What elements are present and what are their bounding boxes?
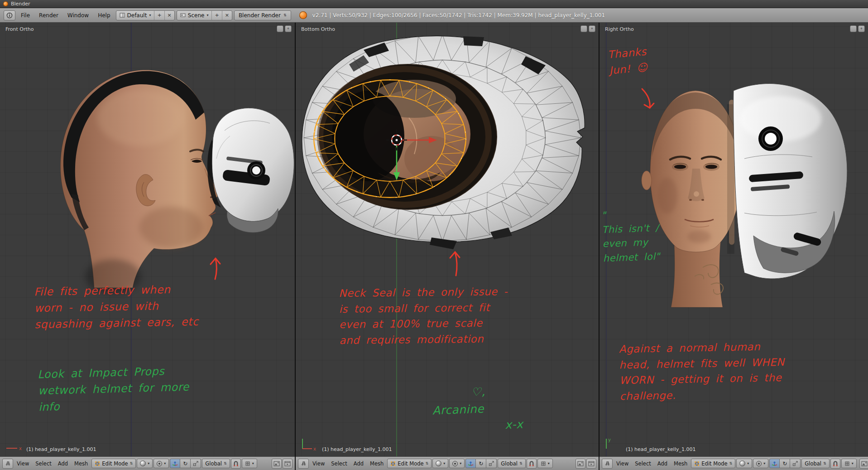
scene-stats: v2.71 | Verts:50/932 | Edges:100/2656 | … [312, 12, 605, 19]
editor-type-button[interactable] [602, 459, 613, 469]
corner-widget-button[interactable]: + [589, 25, 595, 32]
snap-magnet-button[interactable] [231, 459, 241, 469]
mesh-menu[interactable]: Mesh [72, 459, 91, 468]
mini-axis-gizmo: x [299, 435, 320, 455]
snap-element-selector[interactable]: ▾ [242, 459, 257, 468]
scale-manipulator-button[interactable] [191, 459, 201, 468]
help-menu[interactable]: Help [94, 10, 114, 20]
corner-widget-button[interactable]: + [858, 25, 865, 32]
corner-widget-button[interactable] [580, 25, 587, 32]
manipulator-toggles: ↻ [465, 459, 497, 468]
add-layout-button[interactable]: + [154, 11, 164, 20]
mode-selector[interactable]: Edit Mode ⇅ [91, 459, 136, 468]
opengl-render-button[interactable] [859, 459, 868, 469]
opengl-render-anim-button[interactable] [586, 459, 596, 469]
chevron-down-icon: ▾ [852, 462, 854, 465]
pivot-selector[interactable]: ▾ [449, 459, 465, 468]
rotate-manipulator-button[interactable]: ↻ [180, 459, 191, 468]
rotate-manipulator-button[interactable]: ↻ [780, 459, 790, 468]
viewport-right-ortho: Right Ortho + Thanks Jun! ☺ " This isn't… [599, 23, 868, 470]
delete-layout-button[interactable]: × [164, 11, 174, 20]
translate-manipulator-button[interactable] [769, 459, 780, 468]
shading-sphere-icon [739, 460, 745, 466]
viewport-shading-selector[interactable]: ▾ [736, 459, 752, 468]
scale-manipulator-button[interactable] [790, 459, 801, 468]
mesh-menu[interactable]: Mesh [367, 459, 386, 468]
mini-axis-gizmo: y [603, 435, 624, 455]
chevron-down-icon: ▾ [763, 462, 765, 465]
screen-layout-selector[interactable]: Default ▾ + × [116, 10, 175, 20]
translate-axes-icon [772, 460, 777, 466]
snap-magnet-button[interactable] [527, 459, 537, 469]
orientation-selector[interactable]: Global ⇅ [498, 459, 525, 468]
corner-widget-button[interactable] [850, 25, 857, 32]
corner-widget-button[interactable]: + [285, 25, 292, 32]
snap-increment-icon [245, 461, 250, 466]
chevron-down-icon: ▾ [548, 462, 550, 465]
mesh-menu[interactable]: Mesh [671, 459, 690, 468]
front-ortho-scene [0, 23, 295, 456]
select-menu[interactable]: Select [632, 459, 653, 468]
select-menu[interactable]: Select [328, 459, 350, 468]
rotate-icon: ↻ [479, 460, 483, 467]
opengl-render-button[interactable] [272, 459, 282, 469]
active-object-label: (1) head_player_kelly_1.001 [322, 446, 392, 452]
snap-element-selector[interactable]: ▾ [537, 459, 553, 468]
viewport-canvas[interactable]: Right Ortho + Thanks Jun! ☺ " This isn't… [599, 23, 868, 456]
orientation-value: Global [501, 460, 518, 467]
view-menu[interactable]: View [614, 459, 631, 468]
add-menu[interactable]: Add [55, 459, 71, 468]
editor-type-button[interactable] [298, 459, 309, 469]
viewport-shading-selector[interactable]: ▾ [137, 459, 153, 468]
right-ortho-scene [599, 23, 868, 456]
chevron-down-icon: ▾ [460, 462, 461, 465]
render-menu[interactable]: Render [35, 10, 62, 20]
blender-logo-icon [3, 1, 8, 6]
viewport-header-bar: View Select Add Mesh Edit Mode ⇅ ▾ ▾ [599, 456, 868, 470]
opengl-render-button[interactable] [575, 459, 585, 469]
viewport-shading-selector[interactable]: ▾ [432, 459, 448, 468]
translate-manipulator-button[interactable] [465, 459, 476, 468]
mode-value: Edit Mode [398, 460, 423, 467]
render-engine-selector[interactable]: Blender Render ⇅ [234, 10, 291, 20]
orientation-selector[interactable]: Global ⇅ [202, 459, 230, 468]
view-menu[interactable]: View [14, 459, 32, 468]
editor-type-button[interactable] [4, 10, 15, 20]
snap-element-selector[interactable]: ▾ [841, 459, 857, 468]
active-object-label: (1) head_player_kelly_1.001 [626, 446, 695, 452]
window-titlebar[interactable]: Blender [0, 0, 868, 8]
translate-manipulator-button[interactable] [170, 459, 180, 468]
select-menu[interactable]: Select [33, 459, 54, 468]
orientation-value: Global [805, 460, 821, 467]
orientation-selector[interactable]: Global ⇅ [801, 459, 829, 468]
delete-scene-button[interactable]: × [222, 11, 232, 20]
add-menu[interactable]: Add [351, 459, 366, 468]
shading-sphere-icon [140, 460, 146, 466]
view-menu[interactable]: View [310, 459, 327, 468]
corner-widget-button[interactable] [277, 25, 283, 32]
pivot-selector[interactable]: ▾ [153, 459, 169, 468]
magnet-icon [833, 460, 838, 466]
viewport-canvas[interactable]: Bottom Ortho + Neck Seal is the only iss… [296, 23, 599, 456]
snap-magnet-button[interactable] [830, 459, 840, 469]
editor-type-button[interactable] [2, 459, 13, 469]
blender-window: Blender File Render Window Help Default … [0, 0, 868, 470]
chevron-down-icon: ▾ [747, 462, 749, 465]
add-scene-button[interactable]: + [211, 11, 221, 20]
file-menu[interactable]: File [17, 10, 34, 20]
viewport-canvas[interactable]: Front Ortho + File fits perfectly when w… [0, 23, 295, 456]
viewport-corner-widgets: + [580, 25, 595, 32]
mode-selector[interactable]: Edit Mode ⇅ [691, 459, 735, 468]
mode-selector[interactable]: Edit Mode ⇅ [387, 459, 432, 468]
pivot-selector[interactable]: ▾ [753, 459, 768, 468]
add-menu[interactable]: Add [655, 459, 670, 468]
window-title: Blender [11, 1, 30, 7]
magnet-icon [233, 460, 239, 466]
rotate-icon: ↻ [782, 460, 787, 467]
opengl-render-anim-button[interactable] [283, 459, 293, 469]
scene-selector[interactable]: Scene ▾ + × [177, 10, 232, 20]
window-menu[interactable]: Window [64, 10, 92, 20]
scale-manipulator-button[interactable] [486, 459, 497, 468]
pivot-center-icon [452, 461, 458, 466]
rotate-manipulator-button[interactable]: ↻ [476, 459, 486, 468]
